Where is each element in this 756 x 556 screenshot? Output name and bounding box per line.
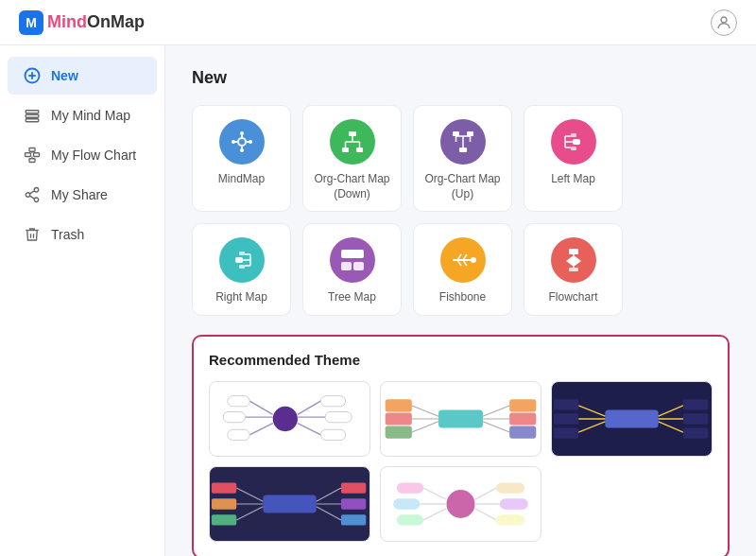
tree-map-label: Tree Map	[328, 290, 376, 305]
svg-rect-108	[683, 427, 708, 438]
mindmap-label: MindMap	[218, 172, 265, 187]
svg-rect-87	[386, 412, 412, 425]
svg-rect-57	[341, 250, 364, 258]
svg-line-101	[578, 422, 605, 432]
svg-line-103	[659, 406, 683, 416]
svg-rect-102	[554, 427, 578, 438]
svg-rect-95	[509, 426, 536, 438]
sidebar-label-new: New	[51, 68, 78, 83]
svg-rect-7	[29, 148, 35, 152]
svg-line-110	[236, 488, 263, 501]
svg-point-122	[446, 490, 474, 518]
map-card-left-map[interactable]: Left Map	[524, 105, 623, 212]
logo-text: MindOnMap	[47, 12, 145, 32]
svg-rect-55	[239, 252, 245, 255]
svg-rect-28	[349, 131, 356, 136]
svg-rect-89	[386, 426, 412, 438]
svg-rect-50	[235, 257, 243, 263]
org-up-label: Org-Chart Map (Up)	[423, 172, 502, 201]
svg-point-0	[721, 17, 727, 23]
svg-rect-121	[341, 514, 366, 525]
trash-icon	[23, 225, 42, 244]
svg-line-133	[475, 508, 497, 519]
svg-point-27	[249, 140, 252, 144]
theme-card-4[interactable]	[209, 466, 370, 542]
right-map-label: Right Map	[215, 290, 267, 305]
sidebar-item-new[interactable]: New	[8, 57, 157, 95]
svg-rect-76	[228, 429, 249, 440]
theme-card-3[interactable]	[551, 381, 713, 457]
svg-rect-59	[353, 262, 364, 270]
svg-line-71	[249, 401, 272, 414]
svg-point-61	[471, 257, 476, 263]
svg-rect-106	[683, 413, 708, 424]
svg-rect-74	[223, 411, 245, 422]
svg-rect-98	[554, 399, 578, 409]
svg-rect-128	[397, 514, 423, 525]
fishbone-icon	[440, 237, 486, 283]
org-down-icon	[330, 119, 375, 165]
tree-map-icon	[330, 237, 375, 283]
map-card-flowchart[interactable]: Flowchart	[524, 223, 623, 316]
svg-rect-58	[341, 262, 352, 270]
svg-rect-9	[26, 153, 31, 157]
svg-rect-119	[341, 498, 366, 509]
svg-rect-49	[571, 147, 576, 150]
logo-icon: M	[19, 10, 43, 35]
logo[interactable]: M MindOnMap	[19, 10, 145, 35]
svg-rect-134	[496, 514, 524, 525]
svg-rect-30	[356, 148, 363, 152]
map-card-fishbone[interactable]: Fishbone	[413, 223, 512, 316]
svg-line-88	[412, 422, 438, 432]
org-down-label: Org-Chart Map(Down)	[314, 172, 389, 201]
theme-card-1[interactable]	[209, 381, 370, 457]
svg-line-107	[659, 422, 683, 432]
svg-rect-124	[397, 482, 423, 493]
theme-card-5[interactable]	[380, 466, 541, 542]
sidebar-item-trash[interactable]: Trash	[8, 216, 157, 253]
svg-rect-56	[239, 265, 245, 269]
svg-rect-80	[325, 411, 352, 422]
svg-point-13	[34, 188, 39, 193]
layers-icon	[23, 106, 42, 125]
svg-line-114	[236, 507, 263, 520]
svg-rect-72	[228, 395, 249, 406]
theme-grid	[209, 381, 713, 542]
svg-rect-109	[263, 495, 316, 513]
map-card-tree-map[interactable]: Tree Map	[302, 223, 402, 316]
svg-rect-113	[212, 498, 236, 509]
map-card-org-down[interactable]: Org-Chart Map(Down)	[302, 105, 402, 212]
svg-line-16	[29, 196, 34, 199]
user-icon[interactable]	[711, 9, 737, 36]
map-card-mindmap[interactable]: MindMap	[192, 105, 291, 212]
map-card-right-map[interactable]: Right Map	[192, 223, 291, 316]
svg-rect-78	[320, 395, 345, 406]
theme-card-2[interactable]	[380, 381, 541, 457]
sidebar-item-my-mind-map[interactable]: My Mind Map	[8, 96, 157, 134]
svg-rect-126	[393, 498, 420, 509]
left-map-label: Left Map	[551, 172, 595, 187]
page-title: New	[192, 68, 730, 88]
svg-line-116	[317, 488, 341, 501]
svg-line-129	[475, 488, 497, 499]
flowchart-icon	[23, 146, 42, 165]
svg-rect-82	[320, 429, 345, 440]
svg-point-70	[273, 407, 298, 431]
svg-line-17	[29, 191, 34, 194]
svg-rect-111	[212, 482, 236, 493]
sidebar-item-my-share[interactable]: My Share	[8, 176, 157, 214]
sidebar-item-my-flow-chart[interactable]: My Flow Chart	[8, 136, 157, 174]
mindmap-icon	[219, 119, 265, 165]
svg-point-14	[26, 193, 30, 198]
svg-rect-117	[341, 482, 366, 493]
svg-rect-43	[573, 139, 580, 145]
right-map-icon	[219, 237, 265, 283]
map-card-org-up[interactable]: Org-Chart Map (Up)	[413, 105, 512, 212]
recommended-section: Recommended Theme	[192, 335, 730, 556]
svg-rect-67	[569, 268, 578, 271]
svg-point-15	[34, 198, 39, 202]
svg-line-81	[298, 423, 320, 434]
svg-line-94	[483, 422, 509, 432]
svg-rect-100	[554, 413, 578, 424]
svg-line-84	[412, 406, 438, 416]
